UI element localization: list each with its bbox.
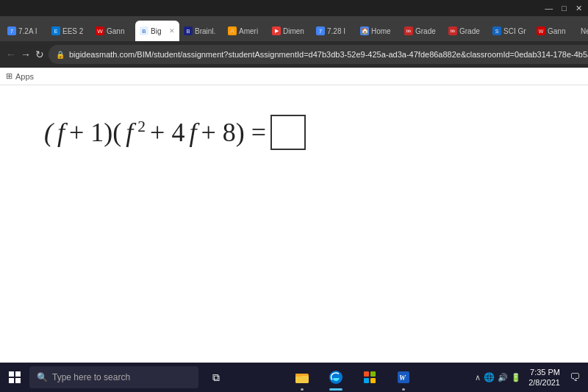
chevron-up-icon[interactable]: ∧ — [475, 373, 481, 382]
svg-rect-1 — [295, 376, 309, 383]
tab-close-big[interactable]: ✕ — [169, 27, 175, 35]
tab-label-home: Home — [371, 27, 391, 35]
tab-big[interactable]: B Big ✕ — [135, 21, 179, 41]
svg-rect-5 — [370, 371, 376, 377]
tab-newtab[interactable]: New Tab — [576, 21, 588, 41]
eq-plus-4f: + 4 — [150, 117, 184, 148]
refresh-button[interactable]: ↻ — [35, 46, 44, 63]
network-icon[interactable]: 🌐 — [484, 372, 495, 382]
volume-icon[interactable]: 🔊 — [498, 373, 508, 382]
apps-bar: ⊞ Apps — [0, 68, 588, 85]
taskbar-word[interactable]: W — [389, 363, 418, 392]
tab-ees2[interactable]: E EES 2 — [47, 21, 91, 41]
tab-7a[interactable]: 7 7.2A I — [3, 21, 47, 41]
tab-label-728: 7.28 I — [327, 27, 345, 35]
tab-gann1[interactable]: W Gann — [91, 21, 135, 41]
tab-gann2[interactable]: W Gann — [532, 21, 576, 41]
apps-label: Apps — [15, 72, 34, 81]
clock-time: 7:35 PM — [528, 367, 560, 377]
answer-box[interactable] — [270, 115, 306, 150]
maximize-button[interactable]: □ — [562, 4, 567, 13]
svg-rect-7 — [370, 378, 376, 383]
nav-bar: ← → ↻ 🔒 bigideasmath.com/BIM/student/ass… — [0, 41, 588, 68]
eq-plus-8: + 8) = — [201, 117, 266, 148]
start-button[interactable] — [0, 363, 29, 392]
clock-date: 2/8/2021 — [528, 377, 560, 388]
svg-rect-4 — [364, 371, 369, 377]
svg-rect-2 — [295, 374, 301, 377]
file-explorer-icon — [295, 370, 309, 385]
address-bar[interactable]: 🔒 bigideasmath.com/BIM/student/assignmen… — [49, 45, 588, 64]
tab-favicon-gann1: W — [96, 26, 104, 35]
tab-favicon-7a: 7 — [7, 26, 16, 35]
minimize-button[interactable]: — — [545, 4, 553, 13]
task-view-icon: ⧉ — [212, 371, 220, 384]
tab-label-grade2: Grade — [459, 27, 480, 35]
apps-grid-icon: ⊞ — [6, 71, 12, 81]
tab-label-ees2: EES 2 — [62, 27, 83, 35]
tab-label-7a: 7.2A I — [18, 27, 37, 35]
tab-label-big: Big — [151, 27, 161, 35]
tab-home[interactable]: 🏠 Home — [356, 21, 400, 41]
main-content: (f + 1)(f2 + 4f + 8) = — [0, 85, 588, 363]
task-view-button[interactable]: ⧉ — [201, 363, 231, 392]
taskbar-edge[interactable] — [321, 363, 351, 392]
tab-grade1[interactable]: bb Grade — [400, 21, 444, 41]
tab-grade2[interactable]: bb Grade — [444, 21, 488, 41]
battery-icon[interactable]: 🔋 — [511, 373, 521, 382]
eq-f2: f — [126, 117, 133, 148]
taskbar-store[interactable] — [355, 363, 384, 392]
store-icon — [362, 370, 377, 385]
windows-logo-icon — [9, 371, 21, 383]
tab-sci[interactable]: S SCI Gr — [488, 21, 532, 41]
tab-label-dimen: Dimen — [283, 27, 304, 35]
taskbar-search[interactable]: 🔍 Type here to search — [29, 366, 198, 388]
tab-label-grade1: Grade — [415, 27, 436, 35]
title-bar-right: — □ ✕ — [545, 4, 582, 13]
system-clock[interactable]: 7:35 PM 2/8/2021 — [524, 367, 564, 388]
taskbar-right: ∧ 🌐 🔊 🔋 7:35 PM 2/8/2021 🗨 — [475, 363, 588, 392]
open-indicator-word — [402, 388, 405, 391]
url-text: bigideasmath.com/BIM/student/assignment?… — [69, 50, 588, 59]
word-icon: W — [396, 370, 411, 385]
search-placeholder-text: Type here to search — [52, 372, 130, 382]
tab-label-newtab: New Tab — [581, 27, 588, 35]
svg-text:W: W — [399, 374, 406, 382]
eq-f3: f — [189, 117, 196, 148]
tab-bar: 7 7.2A I E EES 2 W Gann B Big ✕ B Brainl… — [0, 16, 588, 41]
tab-ameri[interactable]: A Ameri — [223, 21, 268, 41]
tab-label-gann1: Gann — [107, 27, 124, 35]
tab-favicon-grade2: bb — [448, 26, 457, 35]
open-indicator-explorer — [301, 388, 304, 391]
title-bar: — □ ✕ — [0, 0, 588, 16]
search-icon: 🔍 — [37, 372, 48, 382]
back-button[interactable]: ← — [6, 46, 16, 63]
eq-open-paren-1: ( — [44, 117, 53, 148]
tab-dimen[interactable]: ▶ Dimen — [268, 21, 312, 41]
tab-favicon-home: 🏠 — [360, 26, 369, 35]
svg-rect-6 — [364, 378, 369, 383]
tab-favicon-ameri: A — [228, 26, 237, 35]
notification-button[interactable]: 🗨 — [567, 363, 582, 392]
tab-favicon-brain: B — [184, 26, 193, 35]
tab-favicon-gann2: W — [537, 26, 545, 35]
math-equation: (f + 1)(f2 + 4f + 8) = — [44, 115, 306, 150]
tab-label-brain: Brainl. — [195, 27, 215, 35]
tab-728[interactable]: 7 7.28 I — [312, 21, 356, 41]
tab-label-sci: SCI Gr — [503, 27, 526, 35]
close-button[interactable]: ✕ — [576, 4, 582, 13]
notification-icon: 🗨 — [570, 371, 580, 383]
tab-favicon-ees2: E — [51, 26, 60, 35]
eq-sup2: 2 — [137, 117, 146, 148]
taskbar: 🔍 Type here to search ⧉ — [0, 363, 588, 392]
tab-label-ameri: Ameri — [239, 27, 258, 35]
sys-tray: ∧ 🌐 🔊 🔋 — [475, 372, 521, 382]
eq-plus-1: + 1)( — [69, 117, 121, 148]
lock-icon: 🔒 — [56, 51, 65, 59]
forward-button[interactable]: → — [21, 46, 31, 63]
taskbar-file-explorer[interactable] — [287, 363, 317, 392]
tab-favicon-728: 7 — [316, 26, 325, 35]
tab-favicon-grade1: bb — [404, 26, 413, 35]
eq-f: f — [57, 117, 65, 148]
tab-brain[interactable]: B Brainl. — [179, 21, 223, 41]
